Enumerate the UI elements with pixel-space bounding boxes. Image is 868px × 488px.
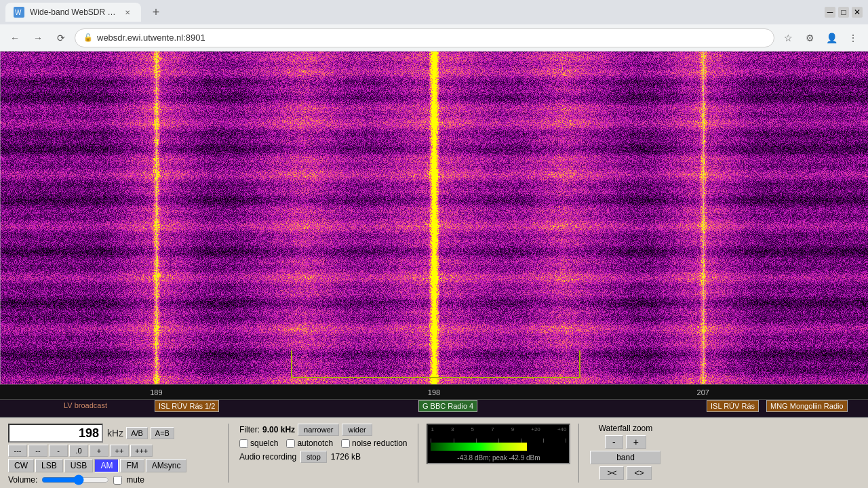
station-bbc-radio4: G BBC Radio 4 <box>418 400 477 412</box>
frequency-unit: kHz <box>107 428 123 439</box>
squelch-checkbox-item: squelch <box>239 439 278 448</box>
mode-buttons-row: CW LSB USB AM FM AMsync <box>8 459 220 472</box>
svg-text:W: W <box>15 9 22 16</box>
waterfall-zoom-minus-button[interactable]: - <box>605 435 623 449</box>
freq-label-189: 189 <box>150 388 162 396</box>
menu-button[interactable]: ⋮ <box>844 28 863 47</box>
tab-close-button[interactable]: ✕ <box>122 7 133 18</box>
frequency-axis: 189 198 207 <box>0 384 868 399</box>
volume-row: Volume: mute <box>8 474 220 485</box>
step-btn-tripleplus[interactable]: +++ <box>130 445 153 457</box>
waterfall-zoom-plusminus: - + <box>590 435 660 449</box>
freq-label-198: 198 <box>428 388 440 396</box>
smeter-scale-s7: 7 <box>491 426 494 432</box>
close-button[interactable]: ✕ <box>852 7 863 18</box>
separator-3 <box>578 424 579 483</box>
noise-reduction-checkbox-item: noise reduction <box>341 439 407 448</box>
smeter-scale-s9: 9 <box>511 426 514 432</box>
volume-slider[interactable] <box>41 474 109 485</box>
waterfall-zoom-section: Waterfall zoom - + band >< <> <box>585 421 666 485</box>
squelch-label: squelch <box>250 439 278 448</box>
recording-size: 1726 kB <box>331 452 361 462</box>
frequency-input[interactable]: 198 <box>8 424 103 443</box>
profile-button[interactable]: 👤 <box>822 28 841 47</box>
mode-fm[interactable]: FM <box>120 459 144 472</box>
frequency-steps-row: --- -- - .0 + ++ +++ <box>8 445 220 457</box>
step-btn-plus[interactable]: + <box>90 445 108 457</box>
mode-amsync[interactable]: AMsync <box>146 459 187 472</box>
waterfall-zoom-title: Waterfall zoom <box>590 424 660 433</box>
browser-toolbar: ← → ⟳ 🔓 websdr.ewi.utwente.nl:8901 ☆ ⚙ 👤… <box>0 24 868 52</box>
forward-button[interactable]: → <box>28 28 47 47</box>
aeb-button[interactable]: A=B <box>151 427 174 439</box>
filter-value: 9.00 kHz <box>262 425 295 434</box>
filter-row: Filter: 9.00 kHz narrower wider <box>239 424 407 436</box>
step-btn-dot0[interactable]: .0 <box>69 445 88 457</box>
smeter-scale-plus20: +20 <box>531 426 540 432</box>
reload-button[interactable]: ⟳ <box>52 28 71 47</box>
waterfall-zoom-band-button[interactable]: band <box>590 451 660 464</box>
extensions-button[interactable]: ⚙ <box>800 28 819 47</box>
frequency-section: 198 kHz A/B A=B --- -- - .0 + ++ +++ CW … <box>5 421 222 485</box>
minimize-button[interactable]: ─ <box>825 7 835 18</box>
smeter-scale-s1: 1 <box>431 426 433 432</box>
smeter-scale-s3: 3 <box>451 426 454 432</box>
narrower-button[interactable]: narrower <box>298 424 339 436</box>
step-btn-tripleminus[interactable]: --- <box>8 445 27 457</box>
step-btn-doubleminus[interactable]: -- <box>28 445 47 457</box>
station-isl-ruv-2: ISL RÚV Rás <box>707 400 759 412</box>
autonotch-checkbox-item: autonotch <box>286 439 333 448</box>
filter-label: Filter: <box>239 425 260 434</box>
audio-recording-row: Audio recording stop 1726 kB <box>239 451 407 463</box>
stop-button[interactable]: stop <box>300 451 327 463</box>
noise-reduction-label: noise reduction <box>352 439 407 448</box>
smeter-scale: 1 3 5 7 9 +20 +40 <box>431 426 566 432</box>
controls-panel: 198 kHz A/B A=B --- -- - .0 + ++ +++ CW … <box>0 417 868 488</box>
squelch-checkbox[interactable] <box>239 439 248 448</box>
frequency-input-row: 198 kHz A/B A=B <box>8 424 220 443</box>
autonotch-checkbox[interactable] <box>286 439 295 448</box>
wider-button[interactable]: wider <box>342 424 372 436</box>
checkbox-row: squelch autonotch noise reduction <box>239 439 407 448</box>
waterfall-zoom-left-arrow-button[interactable]: >< <box>599 466 624 480</box>
url-text: websdr.ewi.utwente.nl:8901 <box>97 33 205 43</box>
bookmark-button[interactable]: ☆ <box>778 28 797 47</box>
back-button[interactable]: ← <box>5 28 24 47</box>
restore-button[interactable]: □ <box>838 7 849 18</box>
browser-titlebar: W Wide-band WebSDR in Ens... ✕ + ─ □ ✕ <box>0 0 868 24</box>
ab-button[interactable]: A/B <box>126 427 148 439</box>
mute-label: mute <box>126 475 144 485</box>
lock-icon: 🔓 <box>83 33 93 42</box>
tab-favicon: W <box>14 7 24 18</box>
address-bar[interactable]: 🔓 websdr.ewi.utwente.nl:8901 <box>75 28 774 47</box>
main-content: 189 198 207 LV broadcast ISL RÚV Rás 1/2… <box>0 52 868 488</box>
waterfall-area[interactable] <box>0 52 868 384</box>
waterfall-zoom-right-arrow-button[interactable]: <> <box>627 466 651 480</box>
mode-am[interactable]: AM <box>94 459 119 472</box>
noise-reduction-checkbox[interactable] <box>341 439 350 448</box>
filter-section: Filter: 9.00 kHz narrower wider squelch … <box>234 421 412 485</box>
smeter-green-bar <box>431 443 526 451</box>
volume-label: Volume: <box>8 475 37 485</box>
smeter-display: 1 3 5 7 9 +20 +40 <box>427 424 570 464</box>
mode-usb[interactable]: USB <box>64 459 94 472</box>
mode-lsb[interactable]: LSB <box>35 459 63 472</box>
browser-tab: W Wide-band WebSDR in Ens... ✕ <box>5 3 141 22</box>
new-tab-button[interactable]: + <box>146 3 165 22</box>
mode-cw[interactable]: CW <box>8 459 34 472</box>
smeter-scale-plus40: +40 <box>557 426 567 432</box>
step-btn-doubleplus[interactable]: ++ <box>110 445 129 457</box>
station-mng-mongoliin: MNG Mongoliin Radio <box>766 400 848 412</box>
waterfall-zoom-arrows: >< <> <box>590 466 660 480</box>
waterfall-zoom-plus-button[interactable]: + <box>626 435 646 449</box>
browser-frame: W Wide-band WebSDR in Ens... ✕ + ─ □ ✕ ←… <box>0 0 868 488</box>
freq-label-207: 207 <box>697 388 709 396</box>
waterfall-canvas[interactable] <box>0 52 868 384</box>
step-btn-minus[interactable]: - <box>49 445 68 457</box>
station-labels-bar: LV broadcast ISL RÚV Rás 1/2 G BBC Radio… <box>0 399 868 417</box>
autonotch-label: autonotch <box>297 439 333 448</box>
tab-title: Wide-band WebSDR in Ens... <box>30 7 117 17</box>
smeter-reading: -43.8 dBm; peak -42.9 dBm <box>431 454 566 462</box>
smeter-section: 1 3 5 7 9 +20 +40 <box>424 421 573 485</box>
mute-checkbox[interactable] <box>113 476 122 485</box>
